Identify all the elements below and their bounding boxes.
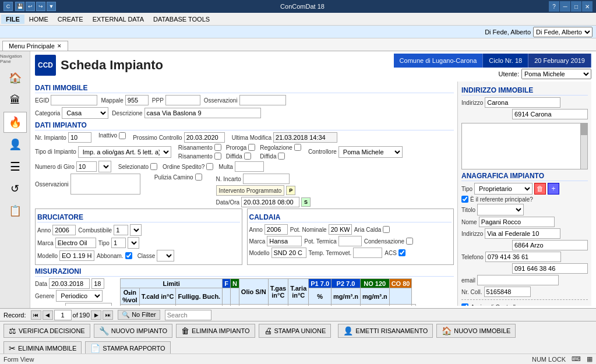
more-icon[interactable]: ▼ [47,2,56,11]
meas-nr-ciclo-input[interactable] [91,278,104,289]
meas-co-1[interactable] [412,305,416,306]
pot-termica-input[interactable] [338,236,362,246]
nuovo-immobile-button[interactable]: 🏠 NUOVO IMMOBILE [436,324,516,338]
cap-input[interactable] [512,109,588,119]
meas-fuligg-1[interactable]: 0 [223,305,231,306]
data-ora-input[interactable] [241,197,299,207]
risanamento-checkbox[interactable] [214,144,221,151]
ordine-checkbox[interactable] [206,163,213,170]
proroga-checkbox[interactable] [248,144,255,151]
add-anagrafica-button[interactable]: + [548,183,559,195]
diffida-checkbox[interactable] [244,153,251,160]
meas-olio-1[interactable] [268,305,288,306]
mappale-input[interactable] [125,95,149,105]
diffida2-checkbox[interactable] [278,153,285,160]
scrollbar[interactable] [580,123,587,169]
verifica-decisione-button[interactable]: ⚖ VERIFICA DECISIONE [3,324,90,338]
prossimo-input[interactable] [184,132,225,143]
menu-external-data[interactable]: EXTERNAL DATA [88,15,149,24]
nr-giro-input[interactable] [76,161,97,172]
tab-close-icon[interactable]: ✕ [57,43,62,49]
meas-controllore-select[interactable]: Poma Michele [65,303,112,306]
aria-calda-checkbox[interactable] [383,226,390,233]
scroll-area[interactable] [461,123,588,169]
record-next-button[interactable]: ▶ [91,310,101,320]
utente-select[interactable]: Poma Michele [521,69,591,79]
combustibile-input[interactable] [114,225,128,235]
record-prev-button[interactable]: ◀ [43,310,53,320]
controllore-impianto-select[interactable]: Poma Michele [338,146,403,158]
meas-no-1[interactable]: 22 [389,305,412,306]
meas-o2-1[interactable]: 3.0 [139,305,176,306]
meas-taria-1[interactable]: 10 [309,305,331,306]
risanamento2-checkbox[interactable] [214,153,221,160]
osservazioni-immobile-input[interactable] [239,95,286,105]
redo-icon[interactable]: ↪ [36,2,45,11]
elimina-impianto-button[interactable]: 🗑 ELIMINA IMPIANTO [176,324,255,338]
multa-input[interactable] [235,161,264,172]
indirizzo-anagrafica-input[interactable] [485,228,560,239]
record-current-input[interactable] [54,310,72,320]
condensazione-checkbox[interactable] [406,238,413,245]
combustibile-select[interactable] [130,224,142,236]
tipo-impianto-select[interactable]: Imp. a olio/gas Art. 5 lett. a) [78,146,171,158]
meas-p2-1[interactable]: 88 [360,305,389,306]
close-button[interactable]: ✕ [582,1,593,12]
meas-f-1[interactable] [230,305,239,306]
abbonam-checkbox[interactable] [125,252,132,259]
caldaia-anno-input[interactable] [265,224,288,235]
bruciatore-tipo-input[interactable] [111,238,126,248]
undo-icon[interactable]: ↩ [26,2,35,11]
meas-p1-1[interactable]: 2.0 [331,305,361,306]
interv-s-button[interactable]: S [301,197,311,207]
titolo-select[interactable] [477,204,524,215]
nav-cycle[interactable]: ↺ [3,178,27,199]
menu-database-tools[interactable]: DATABASE TOOLS [149,15,214,24]
record-first-button[interactable]: ⏮ [31,310,41,320]
nav-list[interactable]: ☰ [3,156,27,177]
nav-person[interactable]: 👤 [3,134,27,155]
emetti-risanamento-button[interactable]: 👤 EMETTI RISANAMENTO [338,324,433,338]
acs-checkbox[interactable] [398,249,405,256]
record-last-button[interactable]: ⏭ [103,310,113,320]
nuovo-impianto-button[interactable]: 🔧 NUOVO IMPIANTO [94,324,172,338]
meas-n-1[interactable] [239,305,268,306]
menu-home[interactable]: HOME [24,15,53,24]
selezionato-checkbox[interactable] [150,163,157,170]
meas-tgas-1[interactable]: 52 [288,305,309,306]
avviso-controllo-checkbox[interactable] [461,303,468,306]
temp-termovet-input[interactable] [353,248,382,258]
pulizia-camino-checkbox[interactable] [195,174,202,181]
referente-checkbox[interactable] [461,196,468,203]
tipo-anagrafica-select[interactable]: Proprietario [474,183,532,195]
ppp-input[interactable] [165,95,200,105]
user-select[interactable]: Di Fede, Alberto [533,27,593,37]
meas-tcald-1[interactable]: 64 [176,305,223,306]
telefono2-input[interactable] [512,263,588,274]
meas-genere-select[interactable]: Periodico [56,290,103,302]
menu-create[interactable]: CREATE [53,15,88,24]
tab-menu-principale[interactable]: Menu Principale ✕ [2,41,68,51]
stampa-unione-button[interactable]: 🖨 STAMPA UNIONE [259,324,331,338]
caldaia-marca-input[interactable] [267,236,302,246]
caldaia-modello-input[interactable] [271,248,306,258]
interv-p-button[interactable]: P [286,186,295,195]
maximize-button[interactable]: □ [571,1,581,12]
n-incarto-input[interactable] [243,174,290,184]
nav-fire[interactable]: 🔥 [3,112,27,133]
indirizzo-input[interactable] [485,97,560,108]
nav-report[interactable]: 📋 [3,200,27,221]
meas-data-input[interactable] [49,278,90,289]
bruciatore-anno-input[interactable] [52,225,76,235]
cap-anagrafica-input[interactable] [512,240,588,250]
nr-giro-select[interactable] [98,161,111,172]
nav-home[interactable]: 🏠 [3,68,27,89]
osservazioni-impianto-input[interactable] [70,174,140,195]
minimize-button[interactable]: ─ [560,1,570,12]
help-button[interactable]: ? [549,1,559,12]
bruciatore-modello-input[interactable] [59,250,94,261]
nav-building[interactable]: 🏛 [3,90,27,111]
bruciatore-marca-input[interactable] [55,238,96,248]
delete-anagrafica-button[interactable]: 🗑 [534,183,546,195]
nr-coll-input[interactable] [484,287,531,297]
